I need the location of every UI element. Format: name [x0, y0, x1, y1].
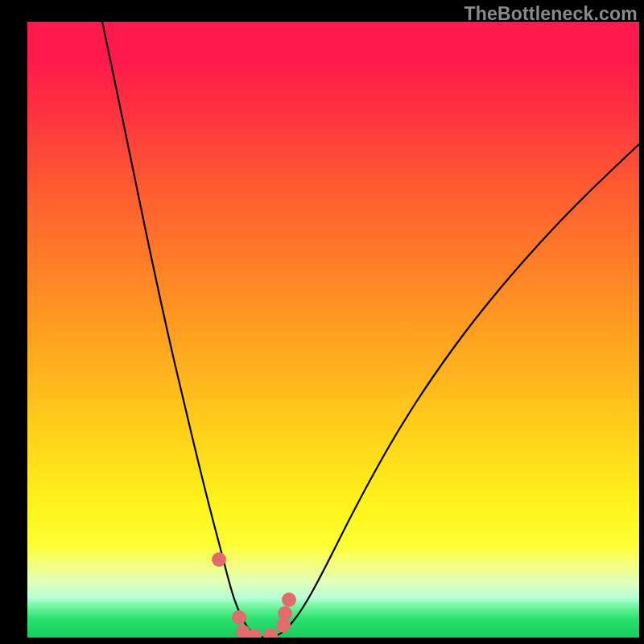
data-dot — [282, 592, 296, 607]
curve-right — [271, 144, 639, 638]
data-dot — [232, 610, 246, 625]
curve-left — [102, 22, 263, 638]
chart-frame: TheBottleneck.com — [0, 0, 644, 644]
data-dot — [278, 606, 292, 621]
data-dot — [263, 628, 278, 638]
data-dot — [212, 552, 226, 567]
curve-layer — [27, 22, 639, 638]
plot-area — [27, 22, 639, 638]
attribution-label: TheBottleneck.com — [464, 3, 638, 25]
